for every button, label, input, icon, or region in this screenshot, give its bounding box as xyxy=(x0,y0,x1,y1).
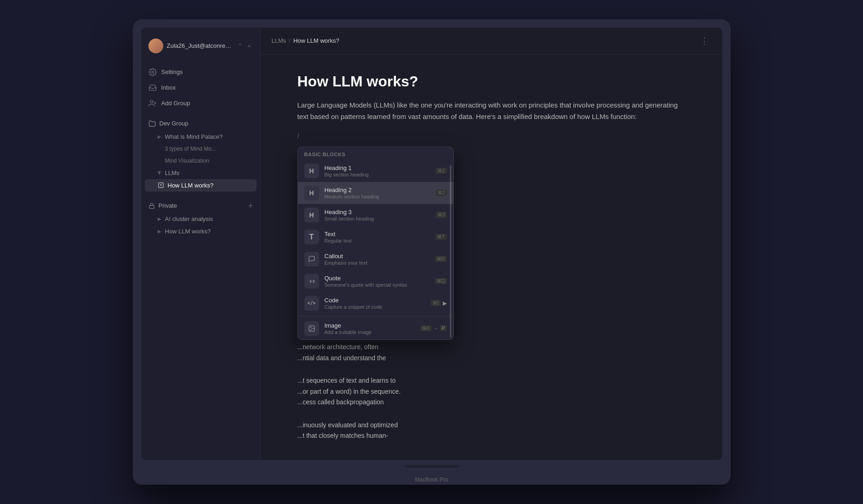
heading3-icon: H xyxy=(304,208,319,222)
heading2-shortcut: ⌘2 xyxy=(436,190,447,196)
heading2-shortcut-key: ⌘2 xyxy=(436,190,447,196)
svg-point-1 xyxy=(150,100,153,103)
heading1-name: Heading 1 xyxy=(325,164,430,171)
laptop-frame: Zula26_Just@atconrent... ⌃ « Settings xyxy=(133,19,731,485)
private-header: Private + xyxy=(141,199,260,213)
callout-icon xyxy=(304,252,319,266)
sidebar-item-ai-cluster[interactable]: ▶ AI cluster analysis xyxy=(141,213,260,225)
mind-viz-label: Mind Visualization xyxy=(165,158,210,164)
code-shortcut: ⌘{ ▶ xyxy=(431,300,446,306)
sidebar-item-llms[interactable]: ▶ LLMs xyxy=(141,167,260,179)
image-p-key: P xyxy=(440,325,447,331)
breadcrumb: LLMs / How LLM works? xyxy=(272,37,339,44)
text-desc: Regular text xyxy=(325,238,430,244)
inbox-icon xyxy=(149,84,157,92)
document-intro: Large Language Models (LLMs) like the on… xyxy=(297,99,686,123)
blocks-dropdown[interactable]: Basic blocks H Heading 1 Big section hea… xyxy=(297,147,454,340)
code-name: Code xyxy=(325,297,426,304)
text-shortcut-key: ⌘T xyxy=(435,234,446,240)
sidebar-item-settings[interactable]: Settings xyxy=(141,64,260,80)
more-options-button[interactable]: ⋮ xyxy=(698,34,711,48)
laptop-notch xyxy=(404,465,459,468)
heading1-icon: H xyxy=(304,164,319,178)
dev-group-section: Dev Group ⚙ + ▶ What is Mind Palace? 3 t… xyxy=(141,117,260,192)
chevron-down-icon: ▶ xyxy=(157,171,162,175)
code-arrow-icon: ▶ xyxy=(443,300,447,306)
sidebar-item-add-group[interactable]: Add Group xyxy=(141,96,260,111)
private-label: Private xyxy=(159,202,177,209)
heading2-info: Heading 2 Medium section heading xyxy=(325,187,430,199)
breadcrumb-parent[interactable]: LLMs xyxy=(272,37,286,44)
user-profile[interactable]: Zula26_Just@atconrent... ⌃ « xyxy=(141,35,260,57)
block-item-callout[interactable]: Callout Emphasis your text ⌘O xyxy=(298,248,453,270)
block-item-heading1[interactable]: H Heading 1 Big section heading ⌘1 xyxy=(298,160,453,182)
sidebar-item-how-llm[interactable]: How LLM works? xyxy=(145,179,257,192)
svg-point-0 xyxy=(151,71,154,73)
heading1-info: Heading 1 Big section heading xyxy=(325,164,430,177)
heading3-desc: Small section heading xyxy=(325,216,430,221)
doc-icon xyxy=(158,182,164,188)
image-desc: Add a suitable image xyxy=(325,329,415,335)
chevron-up-down-icon[interactable]: ⌃ xyxy=(236,42,244,50)
image-name: Image xyxy=(325,322,415,329)
heading1-desc: Big section heading xyxy=(325,172,430,177)
svg-point-9 xyxy=(310,327,311,328)
user-name-label: Zula26_Just@atconrent... xyxy=(167,42,232,49)
quote-info: Quote Someone's quote with special synta… xyxy=(325,275,429,288)
image-info: Image Add a suitable image xyxy=(325,322,415,335)
svg-rect-4 xyxy=(158,183,163,188)
main-content: LLMs / How LLM works? ⋮ How LLM works? L… xyxy=(261,28,722,460)
image-shortcut-key: ⌘K xyxy=(420,325,432,331)
block-item-quote[interactable]: Quote Someone's quote with special synta… xyxy=(298,270,453,292)
block-item-text[interactable]: T Text Regular text ⌘T xyxy=(298,226,453,248)
heading3-shortcut-key: ⌘3 xyxy=(436,212,447,218)
sidebar-item-inbox[interactable]: Inbox xyxy=(141,80,260,96)
group-settings-icon[interactable]: ⚙ xyxy=(241,120,246,127)
text-info: Text Regular text xyxy=(325,231,430,244)
settings-label: Settings xyxy=(161,68,183,75)
sidebar: Zula26_Just@atconrent... ⌃ « Settings xyxy=(141,28,261,460)
text-shortcut: ⌘T xyxy=(435,234,446,240)
dev-group-label: Dev Group xyxy=(160,120,189,127)
block-item-heading3[interactable]: H Heading 3 Small section heading ⌘3 xyxy=(298,204,453,226)
breadcrumb-separator: / xyxy=(289,37,291,44)
code-icon: </> xyxy=(304,296,319,311)
sidebar-item-mind-viz[interactable]: Mind Visualization xyxy=(141,155,260,167)
document-area[interactable]: How LLM works? Large Language Models (LL… xyxy=(261,55,722,460)
dev-group-header[interactable]: Dev Group ⚙ + xyxy=(141,117,260,130)
add-group-icon xyxy=(149,99,157,108)
block-item-image[interactable]: Image Add a suitable image ⌘K → P xyxy=(298,316,453,340)
ai-cluster-label: AI cluster analysis xyxy=(165,215,213,222)
image-arrow1-icon: → xyxy=(434,326,438,331)
mind-palace-label: What is Mind Palace? xyxy=(165,133,223,140)
text-name: Text xyxy=(325,231,430,238)
sidebar-item-how-llm-private[interactable]: ▶ How LLM works? xyxy=(141,225,260,238)
quote-shortcut: ⌘Q xyxy=(435,278,447,284)
code-shortcut-key: ⌘{ xyxy=(431,300,440,306)
group-add-icon[interactable]: + xyxy=(248,119,252,128)
code-desc: Capture a snippet of code xyxy=(325,304,426,310)
block-item-code[interactable]: </> Code Capture a snippet of code ⌘{ ▶ xyxy=(298,292,453,314)
collapse-sidebar-icon[interactable]: « xyxy=(246,42,253,50)
heading3-shortcut: ⌘3 xyxy=(436,212,447,218)
user-actions: ⌃ « xyxy=(236,42,253,50)
sidebar-item-mind-palace[interactable]: ▶ What is Mind Palace? xyxy=(141,130,260,143)
private-add-icon[interactable]: + xyxy=(248,202,252,210)
block-item-heading2[interactable]: H Heading 2 Medium section heading ⌘2 xyxy=(298,182,453,204)
gear-icon xyxy=(149,68,157,76)
image-icon xyxy=(304,321,319,336)
code-info: Code Capture a snippet of code xyxy=(325,297,426,310)
add-group-label: Add Group xyxy=(161,100,190,107)
chevron-right-icon: ▶ xyxy=(158,134,161,139)
heading1-shortcut: ⌘1 xyxy=(436,168,447,174)
quote-icon xyxy=(304,274,319,289)
callout-shortcut: ⌘O xyxy=(435,256,447,262)
quote-desc: Someone's quote with special syntax xyxy=(325,282,429,288)
app-container: Zula26_Just@atconrent... ⌃ « Settings xyxy=(141,28,722,460)
quote-name: Quote xyxy=(325,275,429,282)
dropdown-scrollbar[interactable] xyxy=(450,165,452,338)
sidebar-item-3-types[interactable]: 3 types of Mind Mo... xyxy=(141,143,260,155)
quote-shortcut-key: ⌘Q xyxy=(435,278,447,284)
svg-rect-7 xyxy=(149,205,154,208)
how-llm-active-label: How LLM works? xyxy=(168,182,214,189)
